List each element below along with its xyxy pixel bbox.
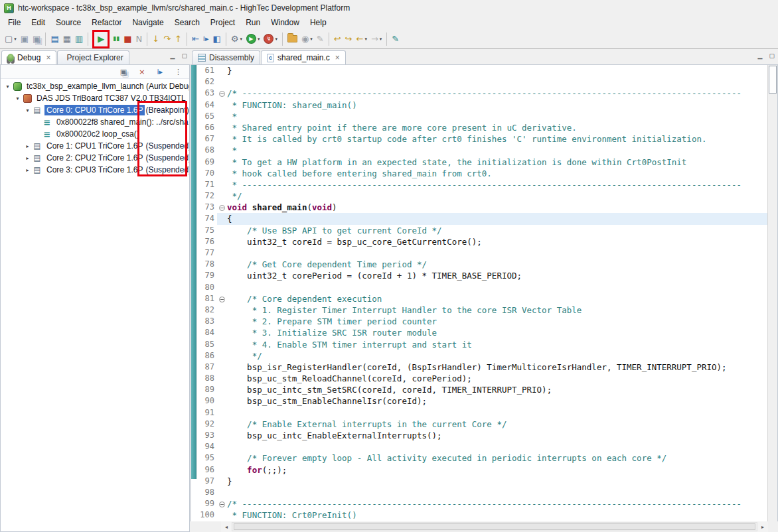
maximize-icon[interactable]: ▢: [769, 53, 775, 59]
code-text[interactable]: * 2. Prepare STM timer period counter: [227, 316, 437, 327]
tree-item-0[interactable]: ▾tc38x_bsp_example_llvm_launch (Aurix De…: [1, 80, 189, 92]
maximize-icon[interactable]: ▢: [181, 53, 187, 59]
code-text[interactable]: /* -------------------------------------…: [227, 88, 741, 99]
minimize-icon[interactable]: ▁: [758, 53, 763, 59]
tree-item-1[interactable]: ▾DAS JDS TriBoard TC387 V2.0 TB34|OTL: [1, 92, 189, 104]
code-text[interactable]: /* Forever empty loop - All activity exe…: [227, 452, 666, 464]
menu-edit[interactable]: Edit: [26, 17, 50, 29]
code-text[interactable]: {: [227, 213, 232, 224]
line-number[interactable]: 67: [197, 133, 217, 145]
line-number[interactable]: 92: [197, 419, 217, 430]
memory-view-button[interactable]: ▦: [62, 31, 72, 47]
code-text[interactable]: }: [227, 65, 232, 76]
drop-to-frame-button[interactable]: ⇤: [191, 31, 200, 47]
scroll-left-arrow-icon[interactable]: ◂: [221, 524, 232, 530]
step-filters-button[interactable]: ◧: [211, 31, 222, 47]
line-number[interactable]: 68: [197, 145, 217, 156]
line-number[interactable]: 76: [197, 236, 217, 247]
code-text[interactable]: * FUNCTION: Crt0PreInit(): [227, 509, 357, 521]
step-over-button[interactable]: ↷: [162, 31, 172, 47]
menu-help[interactable]: Help: [305, 17, 332, 29]
save-all-button[interactable]: ▣: [31, 31, 42, 47]
collapse-arrow-icon[interactable]: ▾: [3, 84, 12, 90]
view-tab-debug[interactable]: Debug×: [1, 50, 56, 64]
line-number[interactable]: 69: [197, 157, 217, 168]
code-text[interactable]: * 3. Initialize SRC ISR router module: [227, 327, 437, 338]
line-number[interactable]: 71: [197, 179, 217, 190]
tree-item-2[interactable]: ▾▤Core 0: CPU0 TriCore 1.6P(Breakpoint): [1, 104, 189, 116]
line-number[interactable]: 84: [197, 327, 217, 338]
collapse-arrow-icon[interactable]: ▾: [23, 107, 32, 113]
code-text[interactable]: /* Enable External interrupts in the cur…: [227, 419, 506, 430]
code-text[interactable]: *: [227, 111, 237, 122]
line-number[interactable]: 75: [197, 225, 217, 236]
suspend-button[interactable]: ▮▮: [112, 31, 121, 47]
line-number[interactable]: 78: [197, 259, 217, 270]
code-text[interactable]: uint32_t coreId = bsp_uc_core_GetCurrent…: [227, 236, 482, 247]
line-number[interactable]: 98: [197, 487, 217, 498]
code-text[interactable]: * --------------------------------------…: [227, 179, 741, 190]
code-text[interactable]: /* -------------------------------------…: [227, 498, 741, 509]
code-text[interactable]: * 1. Register Timer Interrupt Handler to…: [227, 304, 582, 316]
scroll-right-arrow-icon[interactable]: ▸: [757, 524, 768, 530]
line-number[interactable]: 99: [197, 498, 217, 509]
step-into-button[interactable]: ↓: [151, 31, 161, 47]
line-number[interactable]: 97: [197, 476, 217, 487]
line-number[interactable]: 65: [197, 111, 217, 122]
view-tab-project-explorer[interactable]: Project Explorer: [57, 50, 129, 64]
line-number[interactable]: 95: [197, 452, 217, 464]
line-number[interactable]: 74: [197, 213, 217, 224]
tree-item-4[interactable]: ≡0x800020c2 loop_csa(): [1, 128, 189, 140]
line-number[interactable]: 94: [197, 441, 217, 452]
line-number[interactable]: 93: [197, 430, 217, 441]
menu-project[interactable]: Project: [205, 17, 240, 29]
code-text[interactable]: * 4. Enable STM timer interrupt and star…: [227, 339, 472, 350]
line-number[interactable]: 77: [197, 247, 217, 259]
instruction-stepping-toggle[interactable]: i▸: [155, 64, 164, 80]
editor-tab-disassembly[interactable]: Disassembly: [192, 50, 260, 64]
fold-marker-icon[interactable]: [217, 498, 227, 509]
pencil-button[interactable]: ✎: [315, 31, 325, 47]
line-number[interactable]: 83: [197, 316, 217, 327]
line-number[interactable]: 82: [197, 304, 217, 316]
search-button[interactable]: ◉▾: [300, 31, 314, 47]
expand-arrow-icon[interactable]: ▸: [23, 143, 32, 149]
horizontal-scrollbar-track[interactable]: [232, 522, 757, 531]
editor-vertical-scrollbar[interactable]: [767, 65, 777, 521]
new-wizard-button[interactable]: ▢▾: [3, 31, 18, 47]
code-text[interactable]: bsp_isr_RegisterHandler(coreId, (BspIsrH…: [227, 362, 727, 373]
code-text[interactable]: bsp_uc_intc_EnableExternalInterrupts();: [227, 430, 442, 441]
code-text[interactable]: *: [227, 145, 237, 156]
open-task-button[interactable]: ✎: [390, 31, 400, 47]
forward-button[interactable]: →▾: [370, 31, 383, 47]
line-number[interactable]: 73: [197, 202, 217, 213]
disconnect-button[interactable]: N: [135, 31, 144, 47]
line-number[interactable]: 81: [197, 293, 217, 304]
menu-run[interactable]: Run: [240, 17, 266, 29]
collapse-arrow-icon[interactable]: ▾: [13, 96, 22, 101]
view-layout-button[interactable]: ▣: [119, 64, 128, 80]
menu-window[interactable]: Window: [266, 17, 305, 29]
back-button[interactable]: ←▾: [355, 31, 368, 47]
flash-button[interactable]: ↯▾: [262, 31, 279, 47]
fold-marker-icon[interactable]: [217, 88, 227, 99]
debug-config-button[interactable]: ⚙▾: [230, 31, 244, 47]
menu-navigate[interactable]: Navigate: [127, 17, 169, 29]
resume-button[interactable]: ▶: [96, 31, 106, 47]
save-button[interactable]: ▣: [19, 31, 30, 47]
line-number[interactable]: 66: [197, 122, 217, 133]
open-folder-button[interactable]: [286, 31, 299, 47]
code-text[interactable]: /* Get Core dependent Time period */: [227, 259, 427, 270]
view-menu-button[interactable]: ⋮: [173, 64, 183, 80]
line-number[interactable]: 96: [197, 464, 217, 476]
expand-arrow-icon[interactable]: ▸: [23, 155, 32, 161]
console-button[interactable]: ▤: [49, 31, 60, 47]
line-number[interactable]: 79: [197, 270, 217, 281]
close-icon[interactable]: ×: [335, 54, 340, 62]
code-text[interactable]: /* Use BSP API to get current CoreId */: [227, 225, 442, 236]
tree-item-7[interactable]: ▸▤Core 3: CPU3 TriCore 1.6P(Suspended): [1, 164, 189, 176]
code-text[interactable]: * To get a HW platform in an expected st…: [227, 157, 686, 168]
fold-marker-icon[interactable]: [217, 293, 227, 304]
close-icon[interactable]: ×: [46, 54, 50, 62]
line-number[interactable]: 100: [197, 509, 217, 521]
